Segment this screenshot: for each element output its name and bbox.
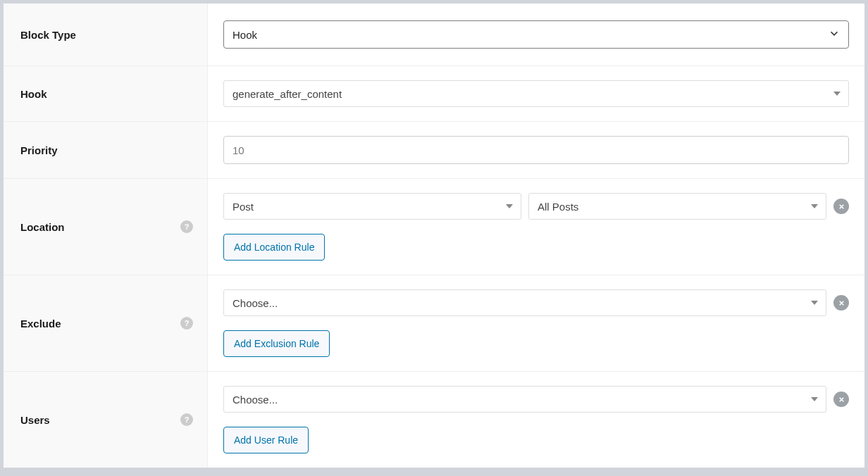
exclude-rule-row: Choose... (223, 289, 849, 316)
field-col-hook: generate_after_content (208, 66, 864, 121)
label-col-hook: Hook (4, 66, 208, 121)
row-priority: Priority (4, 122, 864, 179)
block-type-select[interactable]: Hook (223, 20, 849, 49)
dropdown-arrow-icon (833, 92, 841, 96)
exclude-object-select[interactable]: Choose... (223, 289, 826, 316)
hook-value: generate_after_content (232, 88, 342, 100)
remove-rule-icon[interactable] (833, 295, 849, 311)
help-icon[interactable]: ? (180, 317, 193, 330)
label-col-location: Location ? (4, 179, 208, 275)
chevron-down-icon (828, 27, 841, 42)
label-priority: Priority (20, 144, 58, 156)
location-target-select[interactable]: All Posts (528, 193, 826, 220)
label-col-users: Users ? (4, 372, 208, 468)
help-icon[interactable]: ? (180, 220, 193, 233)
label-block-type: Block Type (20, 29, 76, 41)
field-col-users: Choose... Add User Rule (208, 372, 864, 468)
help-icon[interactable]: ? (180, 413, 193, 426)
users-object-select[interactable]: Choose... (223, 386, 826, 413)
dropdown-arrow-icon (811, 301, 818, 305)
field-col-priority (208, 122, 864, 178)
row-hook: Hook generate_after_content (4, 66, 864, 122)
dropdown-arrow-icon (811, 397, 818, 401)
settings-panel: Block Type Hook Hook generate_after_cont… (3, 3, 865, 468)
row-users: Users ? Choose... Add User Rule (4, 372, 864, 468)
label-exclude: Exclude (20, 318, 61, 330)
priority-input[interactable] (223, 136, 849, 164)
block-type-value: Hook (232, 29, 257, 41)
users-rule-row: Choose... (223, 386, 849, 413)
label-hook: Hook (20, 88, 47, 100)
add-location-rule-button[interactable]: Add Location Rule (223, 234, 325, 261)
location-object-value: Post (232, 201, 254, 213)
remove-rule-icon[interactable] (833, 392, 849, 407)
exclude-object-value: Choose... (232, 297, 278, 309)
label-col-block-type: Block Type (4, 4, 208, 65)
dropdown-arrow-icon (506, 204, 513, 208)
label-col-exclude: Exclude ? (4, 275, 208, 371)
dropdown-arrow-icon (811, 204, 818, 208)
row-location: Location ? Post All Posts (4, 179, 864, 275)
row-exclude: Exclude ? Choose... Add Exclusion Rule (4, 275, 864, 372)
field-col-location: Post All Posts Add Location Rule (208, 179, 864, 275)
remove-rule-icon[interactable] (833, 199, 849, 214)
add-user-rule-button[interactable]: Add User Rule (223, 427, 309, 453)
location-rule-row: Post All Posts (223, 193, 849, 220)
field-col-exclude: Choose... Add Exclusion Rule (208, 275, 864, 371)
label-location: Location (20, 221, 65, 233)
label-users: Users (20, 414, 50, 426)
field-col-block-type: Hook (208, 4, 864, 65)
users-object-value: Choose... (232, 394, 278, 406)
hook-select[interactable]: generate_after_content (223, 80, 849, 107)
location-object-select[interactable]: Post (223, 193, 521, 220)
label-col-priority: Priority (4, 122, 208, 178)
location-target-value: All Posts (538, 201, 578, 213)
add-exclusion-rule-button[interactable]: Add Exclusion Rule (223, 330, 330, 357)
row-block-type: Block Type Hook (4, 4, 864, 66)
